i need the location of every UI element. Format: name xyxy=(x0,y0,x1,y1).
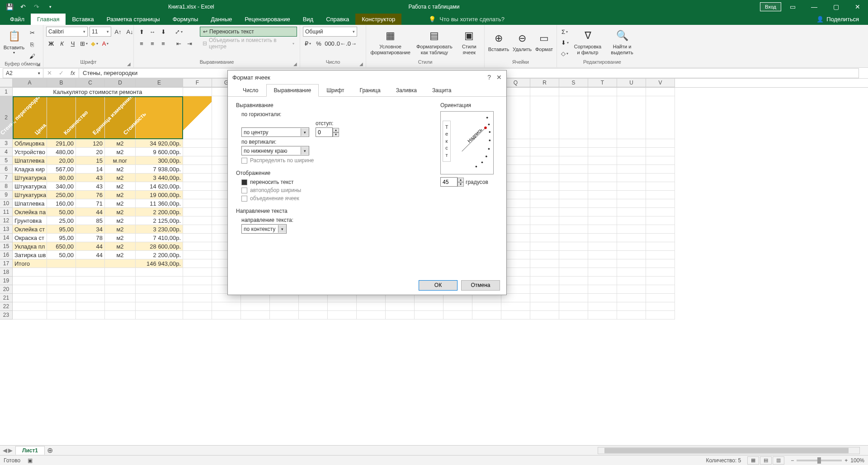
cell[interactable] xyxy=(559,294,588,302)
tab-help[interactable]: Справка xyxy=(320,14,355,25)
cell[interactable] xyxy=(183,208,212,216)
textdir-combo[interactable]: по контексту▾ xyxy=(241,224,287,234)
cell[interactable] xyxy=(13,268,47,277)
font-color-button[interactable]: A xyxy=(100,38,110,48)
header-cell[interactable]: Количество xyxy=(76,96,105,139)
vertical-combo[interactable]: по нижнему краю▾ xyxy=(241,146,309,155)
cell[interactable] xyxy=(105,285,136,294)
cell[interactable]: м2 xyxy=(105,199,136,208)
cell[interactable]: 44 xyxy=(76,242,105,251)
col-header[interactable]: S xyxy=(559,79,588,87)
cell[interactable] xyxy=(646,216,675,225)
cell[interactable]: 43 xyxy=(76,174,105,182)
cell[interactable] xyxy=(646,268,675,277)
dialog-tab[interactable]: Граница xyxy=(352,84,388,97)
cell[interactable] xyxy=(183,174,212,182)
cell[interactable] xyxy=(559,285,588,294)
dialog-launcher-icon[interactable]: ◢ xyxy=(293,61,297,66)
cell[interactable] xyxy=(588,199,617,208)
cell[interactable] xyxy=(559,234,588,242)
cell[interactable]: 14 620,00р. xyxy=(136,182,183,191)
cell[interactable] xyxy=(13,294,47,302)
cell[interactable] xyxy=(136,294,183,302)
cell[interactable] xyxy=(617,268,646,277)
cell[interactable]: Окраска ст xyxy=(13,234,47,242)
cell[interactable] xyxy=(588,285,617,294)
cell[interactable]: 50,00 xyxy=(47,251,76,259)
cell[interactable] xyxy=(646,174,675,182)
cell[interactable] xyxy=(183,139,212,148)
decrease-decimal-icon[interactable]: .0→ xyxy=(346,38,356,48)
cell[interactable] xyxy=(183,182,212,191)
cell[interactable]: м2 xyxy=(105,251,136,259)
align-bottom-icon[interactable]: ⬇ xyxy=(158,27,168,37)
dialog-tab[interactable]: Число xyxy=(235,84,266,97)
align-middle-icon[interactable]: ↔ xyxy=(147,27,157,37)
cell[interactable] xyxy=(530,148,559,156)
add-sheet-icon[interactable]: ⊕ xyxy=(45,446,55,455)
cell[interactable] xyxy=(136,268,183,277)
cell[interactable] xyxy=(530,156,559,165)
cell[interactable] xyxy=(530,277,559,285)
col-header[interactable]: T xyxy=(588,79,617,87)
row-header[interactable]: 3 xyxy=(0,139,13,148)
cell[interactable] xyxy=(617,174,646,182)
cell[interactable]: 25,00 xyxy=(47,216,76,225)
orientation-icon[interactable]: ⤢ xyxy=(174,27,184,37)
row-header[interactable]: 12 xyxy=(0,216,13,225)
ok-button[interactable]: ОК xyxy=(419,280,458,291)
cell[interactable] xyxy=(588,208,617,216)
align-right-icon[interactable]: ≡ xyxy=(158,38,168,48)
cell[interactable] xyxy=(415,302,443,311)
cell[interactable] xyxy=(617,182,646,191)
cell[interactable] xyxy=(559,251,588,259)
cancel-button[interactable]: Отмена xyxy=(461,280,500,291)
cell[interactable] xyxy=(646,208,675,216)
cell[interactable] xyxy=(328,311,357,319)
macro-icon[interactable]: ▣ xyxy=(28,457,33,464)
cell[interactable]: м2 xyxy=(105,139,136,148)
sheet-next-icon[interactable]: ▶ xyxy=(8,447,13,454)
cell[interactable] xyxy=(183,88,212,96)
cell[interactable] xyxy=(530,311,559,319)
cell[interactable] xyxy=(241,302,270,311)
zoom-out-icon[interactable]: − xyxy=(791,457,794,464)
cell[interactable] xyxy=(530,199,559,208)
cell[interactable]: Затирка шв xyxy=(13,251,47,259)
cell[interactable] xyxy=(588,234,617,242)
italic-button[interactable]: К xyxy=(57,38,67,48)
cell[interactable] xyxy=(443,302,472,311)
cell[interactable]: Шпатлевка xyxy=(13,199,47,208)
cell[interactable] xyxy=(588,251,617,259)
dialog-tab[interactable]: Шрифт xyxy=(319,84,352,97)
tab-formulas[interactable]: Формулы xyxy=(166,14,205,25)
row-header[interactable]: 5 xyxy=(0,156,13,165)
header-cell[interactable]: Стоимость xyxy=(136,96,183,139)
cell[interactable] xyxy=(559,96,588,139)
cell[interactable] xyxy=(76,285,105,294)
dialog-close-icon[interactable]: ✕ xyxy=(496,74,502,81)
row-header[interactable]: 8 xyxy=(0,182,13,191)
cell[interactable] xyxy=(617,242,646,251)
cell[interactable] xyxy=(183,216,212,225)
fx-icon[interactable]: fx xyxy=(67,70,79,76)
cell[interactable]: 71 xyxy=(76,199,105,208)
cell[interactable] xyxy=(183,225,212,234)
cell[interactable] xyxy=(646,191,675,199)
cell[interactable] xyxy=(357,311,386,319)
zoom-level[interactable]: 100% xyxy=(850,457,864,464)
tab-insert[interactable]: Вставка xyxy=(66,14,100,25)
cell[interactable] xyxy=(530,165,559,174)
cell[interactable]: м2 xyxy=(105,174,136,182)
dialog-launcher-icon[interactable]: ◢ xyxy=(127,61,131,66)
cell[interactable] xyxy=(646,88,675,96)
cell[interactable] xyxy=(588,165,617,174)
cell-styles-button[interactable]: ▣Стили ячеек xyxy=(457,27,481,57)
cell[interactable]: 50,00 xyxy=(47,208,76,216)
cell[interactable] xyxy=(13,302,47,311)
ribbon-options-icon[interactable]: ▭ xyxy=(782,0,803,14)
cell[interactable] xyxy=(559,268,588,277)
cell[interactable] xyxy=(183,148,212,156)
cell[interactable]: м2 xyxy=(105,191,136,199)
cell[interactable]: 20 xyxy=(76,148,105,156)
